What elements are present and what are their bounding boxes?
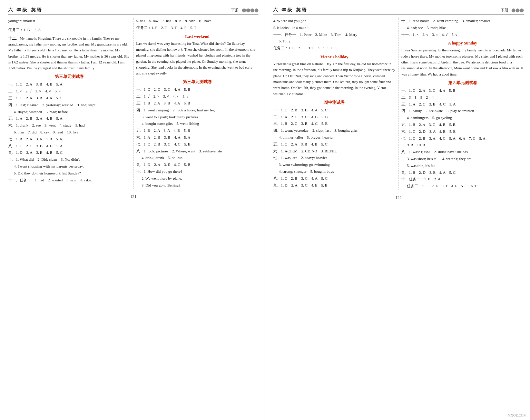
section-victor: Victor's holiday	[273, 54, 395, 60]
ans-u4-10b: 任务二：1. T 2. F 3. T 4. F 5. T 6. T	[401, 183, 524, 190]
right-page-number: 122	[273, 195, 524, 200]
right-two-col: 4. Where did you go? 5. It looks like a …	[273, 18, 524, 190]
left-page-header: 六 年级 英语 下册 ⬤⬤⬤⬤	[8, 7, 258, 15]
ans-r3-2: 二、1. √ 2. × 3. √ 4. × 5. √	[136, 93, 259, 100]
ans-3-6b: 6. plan 7. did 8. cry 9. read 10. live	[8, 129, 130, 136]
ans-u4-2: 二、3 1 5 2 4	[401, 94, 524, 101]
essay-last-weekend: Last weekend was very interesting for Ti…	[136, 41, 259, 77]
section-unit4: 第四单元测试卷	[401, 80, 524, 86]
section-midterm: 期中测试卷	[273, 100, 395, 106]
ans-r3-4b: 3. went to a park; took many pictures	[136, 114, 259, 121]
ans-u4-8b: 3. was short; he's tall 4. weren't; they…	[401, 156, 524, 162]
section-title-3r: 第三单元测试卷	[136, 79, 259, 85]
ans-u4-7b: 9. B 10. B	[401, 142, 524, 149]
right-right-col: 十、1. read books 2. went camping 3. small…	[399, 18, 524, 190]
ans-mid-5: 五、1. C 2. A 3. B 4. B 5. C	[273, 141, 395, 148]
ans-u4-9: 九、1. B 2. D 3. E 4. A 5. C	[401, 169, 524, 176]
ans-mid-3: 三、1. B 2. C 3. B 4. C 5. B	[273, 120, 395, 127]
ans-mid-7: 七、1. was; are 2. heavy; heavier	[273, 154, 395, 161]
ans-r3-8: 八、1. took; pictures 2. Where; went 3. ea…	[136, 148, 259, 155]
ans-3-10b: 4. I went shopping with my parents yeste…	[8, 163, 130, 170]
ans-mid-6: 六、1. ACJKM 2. CDINO 3. BEFHL	[273, 148, 395, 155]
page-left: 六 年级 英语 下册 ⬤⬤⬤⬤ younger; smallest 任务二：1.…	[0, 0, 265, 420]
left-col: younger; smallest 任务二：1. B 2. A 十二、My na…	[8, 18, 134, 189]
ans-u4-5: 五、1. B 2. A 3. C 4. B 5. B	[401, 121, 524, 128]
ans-3-9: 九、1. D 2. A 3. E 4. B 5. C	[8, 149, 130, 156]
ans-u4-10: 十、任务一：1. B 2. A	[401, 176, 524, 183]
ans-u4-8c: 5. was thin; it's fat	[401, 162, 524, 169]
essay-happy-sunday: It was Sunday yesterday. In the morning,…	[401, 47, 524, 77]
ans-u4-7: 七、1. C 2. B 3. A 4. C 5. A 6. A 7. C 8. …	[401, 135, 524, 142]
ans-rp-3: 十一、任务一：1. Peter 2. Mike 3. Tom 4. Mary	[273, 31, 395, 38]
section-title-3: 第三单元测试卷	[8, 74, 130, 80]
left-header-sub: 下册 ⬤⬤⬤⬤	[231, 8, 258, 13]
right-header-title: 六 年级 英语	[273, 7, 308, 13]
page-container: 六 年级 英语 下册 ⬤⬤⬤⬤ younger; smallest 任务二：1.…	[0, 0, 530, 420]
ans-r3-4: 四、1. went camping 2. rode a horse; hurt …	[136, 107, 259, 114]
right-page-header: 六 年级 英语 下册 ⬤⬤⬤	[273, 7, 524, 15]
ans-3-8: 八、1. C 2. C 3. B 4. C 5. A	[8, 143, 130, 150]
essay-victor: Victor had a great time on National Day.…	[273, 61, 395, 97]
ans-mid-7c: 4. strong; stronger 5. bought; buys	[273, 168, 395, 175]
left-header-title: 六 年级 英语	[8, 7, 43, 13]
ans-3-10: 十、1. What did 2. Did; clean 3. No; didn'…	[8, 156, 130, 163]
section-last-weekend: Last weekend	[136, 34, 259, 39]
ans-3-2: 二、1. × 2. √ 3. × 4. × 5. ×	[8, 88, 130, 95]
ans-r3-8b: 4. drink; drank 5. do; run	[136, 154, 259, 161]
ans-rr-1b: 4. had; see 5. rode; hike	[401, 24, 524, 31]
ans-mid-9: 九、1. D 2. A 3. C 4. E 5. B	[273, 182, 395, 189]
left-page-number: 121	[8, 194, 258, 199]
page-right: 六 年级 英语 下册 ⬤⬤⬤ 4. Where did you go? 5. I…	[265, 0, 530, 420]
left-two-col: younger; smallest 任务二：1. B 2. A 十二、My na…	[8, 18, 258, 189]
ans-mid-8: 八、1. C 2. B 3. C 4. A 5. C	[273, 175, 395, 182]
essay-block-1: 十二、My name is Pingping. There are six pe…	[8, 36, 130, 71]
ans-3-1: 一、1. C 2. A 3. B 4. B 5. A	[8, 81, 130, 88]
ans-r3-1: 一、1. C 2. C 3. C 4. A 5. B	[136, 86, 259, 93]
ans-r3-4c: 4. bought some gifts 5. went fishing	[136, 120, 259, 127]
ans-r3-5: 五、1. B 2. A 3. A 4. B 5. B	[136, 127, 259, 134]
ans-mid-4: 四、1. went; yesterday 2. slept; last 3. b…	[273, 127, 395, 134]
answer-block-2: 任务二：1. B 2. A	[8, 27, 130, 33]
answer-block-1: younger; smallest	[8, 18, 130, 24]
ans-r3-10: 十、1. How did you go there?	[136, 168, 259, 175]
ans-3-10c: 5. Did they do their homework last Sunda…	[8, 170, 130, 177]
ans-u4-8: 八、1. wasn't; isn't 2. didn't have; she h…	[401, 149, 524, 156]
ans-u4-4b: 4. hamburgers 5. go cycling	[401, 114, 524, 121]
section-happy-sunday: A happy Sunday	[401, 41, 524, 46]
ans-3-6: 六、1. drank 2. see 3. went 4. study 5. ha…	[8, 122, 130, 129]
ans-rp-2: 5. It looks like a mule!	[273, 24, 395, 31]
ans-3-3: 三、1. C 2. A 3. B 4. A 5. C	[8, 95, 130, 102]
ans-rp-3b: 5. Tony	[273, 38, 395, 45]
ans-r3-10c: 3. Did you go to Beijing?	[136, 182, 259, 189]
right-header-sub: 下册 ⬤⬤⬤	[501, 8, 524, 13]
ans-3-5: 五、1. A 2. B 3. A 4. B 5. A	[8, 115, 130, 122]
ans-mid-4b: 4. thinner; taller 5. bigger; heavier	[273, 134, 395, 141]
ans-mid-1: 一、1. C 2. B 3. B 4. A 5. C	[273, 107, 395, 114]
right-col-of-left: 5. has 6. saw 7. has 8. is 9. saw 10. ha…	[134, 18, 259, 189]
ans-rr-1: 十、1. read books 2. went camping 3. small…	[401, 18, 524, 24]
ans-r-1: 5. has 6. saw 7. has 8. is 9. saw 10. ha…	[136, 18, 259, 24]
ans-r-2: 任务二：1. F 2. T 3. T 4. F 5. T	[136, 24, 259, 31]
ans-3-4: 四、1. last; cleaned 2. yesterlay; washed …	[8, 102, 130, 109]
ans-r3-7: 七、1. C 2. B 3. C 4. C 5. B	[136, 141, 259, 148]
ans-3-7: 七、1. B 2. A 3. A 4. B 5. A	[8, 136, 130, 143]
ans-u4-6: 六、1. C 2. D 3. A 4. B 5. E	[401, 128, 524, 135]
ans-3-4b: 4. stayed; watched 5. read; before	[8, 109, 130, 116]
ans-u4-4: 四、1. candy 2. ice-skate 3. play badminto…	[401, 108, 524, 114]
watermark: MXQE.COM	[508, 413, 527, 417]
ans-mid-7b: 3. went swimming; go swimming	[273, 161, 395, 168]
ans-rp-1: 4. Where did you go?	[273, 18, 395, 24]
ans-u4-1: 一、1. C 2. A 3. C 4. A 5. B	[401, 87, 524, 94]
ans-rp-4: 任务二：1. F 2. T 3. T 4. F 5. F	[273, 45, 395, 52]
ans-r3-9: 九、1. D 2. A 3. E 4. C 5. B	[136, 161, 259, 168]
ans-mid-2: 二、1. A 2. C 3. C 4. B 5. B	[273, 114, 395, 121]
right-left-col: 4. Where did you go? 5. It looks like a …	[273, 18, 399, 190]
ans-3-11: 十一、任务一：1. had 2. wanted 3. saw 4. asked	[8, 177, 130, 184]
ans-rr-2: 十一、1. × 2. √ 3. × 4. √ 5. √	[401, 31, 524, 38]
ans-r3-6: 六、1. A 2. B 3. B 4. A 5. A	[136, 134, 259, 141]
ans-u4-3: 三、1. A 2. C 3. B 4. C 5. A	[401, 101, 524, 108]
ans-r3-10b: 2. We went there by plane.	[136, 175, 259, 182]
ans-r3-3: 三、1. B 2. A 3. B 4. A 5. B	[136, 100, 259, 107]
